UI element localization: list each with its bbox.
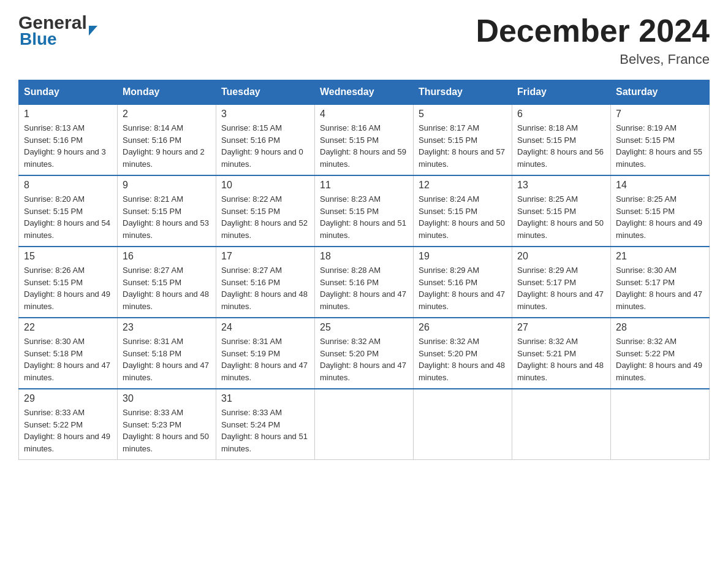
sunset-label: Sunset: 5:15 PM: [24, 278, 83, 287]
day-number: 8: [24, 180, 112, 191]
calendar-day-cell: 11 Sunrise: 8:23 AM Sunset: 5:15 PM Dayl…: [315, 175, 414, 247]
day-info: Sunrise: 8:20 AM Sunset: 5:15 PM Dayligh…: [24, 193, 112, 241]
calendar-day-cell: 20 Sunrise: 8:29 AM Sunset: 5:17 PM Dayl…: [512, 247, 611, 318]
sunrise-label: Sunrise: 8:27 AM: [123, 266, 183, 275]
day-info: Sunrise: 8:33 AM Sunset: 5:23 PM Dayligh…: [123, 407, 211, 454]
day-number: 30: [123, 393, 211, 404]
sunrise-label: Sunrise: 8:15 AM: [221, 123, 282, 132]
day-number: 5: [419, 109, 507, 120]
daylight-label: Daylight: 8 hours and 54 minutes.: [24, 218, 110, 240]
sunrise-label: Sunrise: 8:18 AM: [517, 123, 578, 132]
sunrise-label: Sunrise: 8:16 AM: [320, 123, 381, 132]
calendar-day-cell: 9 Sunrise: 8:21 AM Sunset: 5:15 PM Dayli…: [118, 175, 216, 247]
calendar-header-row: Sunday Monday Tuesday Wednesday Thursday…: [19, 80, 710, 105]
day-number: 12: [419, 180, 507, 191]
calendar-day-cell: 10 Sunrise: 8:22 AM Sunset: 5:15 PM Dayl…: [216, 175, 315, 247]
daylight-label: Daylight: 8 hours and 50 minutes.: [419, 218, 505, 240]
sunset-label: Sunset: 5:15 PM: [419, 136, 477, 145]
day-info: Sunrise: 8:25 AM Sunset: 5:15 PM Dayligh…: [616, 193, 704, 241]
sunset-label: Sunset: 5:16 PM: [221, 136, 280, 145]
daylight-label: Daylight: 8 hours and 50 minutes.: [123, 432, 209, 453]
sunset-label: Sunset: 5:18 PM: [24, 349, 83, 358]
sunrise-label: Sunrise: 8:33 AM: [24, 408, 85, 417]
daylight-label: Daylight: 8 hours and 57 minutes.: [419, 147, 505, 169]
daylight-label: Daylight: 8 hours and 49 minutes.: [616, 218, 702, 240]
daylight-label: Daylight: 8 hours and 47 minutes.: [517, 289, 604, 311]
daylight-label: Daylight: 8 hours and 48 minutes.: [419, 361, 505, 382]
day-info: Sunrise: 8:16 AM Sunset: 5:15 PM Dayligh…: [320, 122, 408, 170]
sunrise-label: Sunrise: 8:30 AM: [24, 337, 85, 346]
day-info: Sunrise: 8:33 AM Sunset: 5:24 PM Dayligh…: [221, 407, 309, 454]
sunrise-label: Sunrise: 8:13 AM: [24, 123, 85, 132]
day-number: 11: [320, 180, 408, 191]
day-number: 29: [24, 393, 112, 404]
day-number: 26: [419, 322, 507, 333]
day-number: 20: [517, 251, 605, 262]
daylight-label: Daylight: 8 hours and 49 minutes.: [24, 289, 110, 311]
daylight-label: Daylight: 9 hours and 2 minutes.: [123, 147, 205, 169]
day-info: Sunrise: 8:17 AM Sunset: 5:15 PM Dayligh…: [419, 122, 507, 170]
day-info: Sunrise: 8:33 AM Sunset: 5:22 PM Dayligh…: [24, 407, 112, 454]
calendar-day-cell: 18 Sunrise: 8:28 AM Sunset: 5:16 PM Dayl…: [315, 247, 414, 318]
calendar-day-cell: 17 Sunrise: 8:27 AM Sunset: 5:16 PM Dayl…: [216, 247, 315, 318]
day-number: 28: [616, 322, 704, 333]
day-number: 25: [320, 322, 408, 333]
daylight-label: Daylight: 8 hours and 47 minutes.: [320, 361, 406, 382]
daylight-label: Daylight: 8 hours and 55 minutes.: [616, 147, 702, 169]
sunrise-label: Sunrise: 8:27 AM: [221, 266, 282, 275]
day-info: Sunrise: 8:22 AM Sunset: 5:15 PM Dayligh…: [221, 193, 309, 241]
day-info: Sunrise: 8:32 AM Sunset: 5:20 PM Dayligh…: [320, 335, 408, 383]
daylight-label: Daylight: 9 hours and 3 minutes.: [24, 147, 106, 169]
daylight-label: Daylight: 8 hours and 51 minutes.: [221, 432, 308, 453]
day-number: 16: [123, 251, 211, 262]
day-number: 3: [221, 109, 309, 120]
sunset-label: Sunset: 5:23 PM: [123, 420, 181, 429]
day-info: Sunrise: 8:26 AM Sunset: 5:15 PM Dayligh…: [24, 264, 112, 312]
sunset-label: Sunset: 5:16 PM: [24, 136, 83, 145]
sunset-label: Sunset: 5:16 PM: [419, 278, 477, 287]
day-number: 1: [24, 109, 112, 120]
calendar-table: Sunday Monday Tuesday Wednesday Thursday…: [18, 80, 710, 460]
sunrise-label: Sunrise: 8:30 AM: [616, 266, 677, 275]
day-number: 9: [123, 180, 211, 191]
sunrise-label: Sunrise: 8:14 AM: [123, 123, 183, 132]
day-info: Sunrise: 8:27 AM Sunset: 5:16 PM Dayligh…: [221, 264, 309, 312]
day-number: 23: [123, 322, 211, 333]
sunrise-label: Sunrise: 8:33 AM: [221, 408, 282, 417]
calendar-day-cell: 5 Sunrise: 8:17 AM Sunset: 5:15 PM Dayli…: [414, 104, 512, 175]
sunset-label: Sunset: 5:15 PM: [320, 207, 379, 216]
day-number: 27: [517, 322, 605, 333]
day-info: Sunrise: 8:31 AM Sunset: 5:18 PM Dayligh…: [123, 335, 211, 383]
calendar-day-cell: 31 Sunrise: 8:33 AM Sunset: 5:24 PM Dayl…: [216, 389, 315, 460]
daylight-label: Daylight: 8 hours and 47 minutes.: [616, 289, 702, 311]
calendar-week-row: 22 Sunrise: 8:30 AM Sunset: 5:18 PM Dayl…: [19, 318, 710, 389]
calendar-day-cell: 19 Sunrise: 8:29 AM Sunset: 5:16 PM Dayl…: [414, 247, 512, 318]
logo-arrow-icon: [89, 26, 97, 36]
sunset-label: Sunset: 5:21 PM: [517, 349, 576, 358]
day-info: Sunrise: 8:14 AM Sunset: 5:16 PM Dayligh…: [123, 122, 211, 170]
col-friday: Friday: [512, 80, 611, 105]
daylight-label: Daylight: 8 hours and 53 minutes.: [123, 218, 209, 240]
sunset-label: Sunset: 5:24 PM: [221, 420, 280, 429]
sunset-label: Sunset: 5:20 PM: [320, 349, 379, 358]
logo: General Blue: [18, 12, 97, 49]
calendar-day-cell: [611, 389, 710, 460]
calendar-day-cell: 3 Sunrise: 8:15 AM Sunset: 5:16 PM Dayli…: [216, 104, 315, 175]
sunset-label: Sunset: 5:16 PM: [320, 278, 379, 287]
day-info: Sunrise: 8:24 AM Sunset: 5:15 PM Dayligh…: [419, 193, 507, 241]
calendar-day-cell: 1 Sunrise: 8:13 AM Sunset: 5:16 PM Dayli…: [19, 104, 118, 175]
sunrise-label: Sunrise: 8:24 AM: [419, 194, 479, 204]
calendar-day-cell: 23 Sunrise: 8:31 AM Sunset: 5:18 PM Dayl…: [118, 318, 216, 389]
day-number: 24: [221, 322, 309, 333]
sunrise-label: Sunrise: 8:28 AM: [320, 266, 381, 275]
day-info: Sunrise: 8:32 AM Sunset: 5:21 PM Dayligh…: [517, 335, 605, 383]
calendar-week-row: 1 Sunrise: 8:13 AM Sunset: 5:16 PM Dayli…: [19, 104, 710, 175]
sunrise-label: Sunrise: 8:31 AM: [123, 337, 183, 346]
day-number: 14: [616, 180, 704, 191]
col-thursday: Thursday: [414, 80, 512, 105]
day-info: Sunrise: 8:23 AM Sunset: 5:15 PM Dayligh…: [320, 193, 408, 241]
sunset-label: Sunset: 5:17 PM: [517, 278, 576, 287]
calendar-day-cell: 25 Sunrise: 8:32 AM Sunset: 5:20 PM Dayl…: [315, 318, 414, 389]
day-number: 19: [419, 251, 507, 262]
day-info: Sunrise: 8:28 AM Sunset: 5:16 PM Dayligh…: [320, 264, 408, 312]
